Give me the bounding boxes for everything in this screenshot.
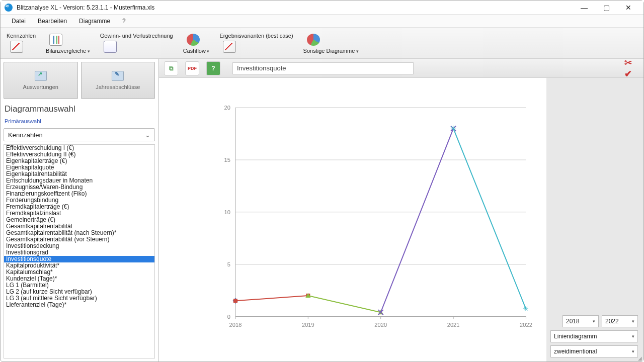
document-icon — [112, 71, 124, 81]
ribbon-cashflow-label[interactable]: Cashflow — [183, 48, 210, 54]
window-title: Blitzanalyse XL - Version: 5.23.1.1 - Mu… — [17, 4, 573, 11]
chart-title-input[interactable]: Investitionsquote — [232, 62, 414, 74]
minimize-button[interactable]: — — [573, 1, 595, 15]
svg-text:0: 0 — [227, 314, 230, 320]
bar-chart-icon — [49, 34, 62, 46]
svg-text:✳: ✳ — [523, 305, 529, 313]
menu-edit[interactable]: Bearbeiten — [32, 16, 73, 27]
auswertungen-button[interactable]: Auswertungen — [4, 62, 78, 99]
svg-text:2018: 2018 — [229, 322, 242, 328]
chart-pane: ⧉ PDF ? Investitionsquote ✂︎✔︎ 051015202… — [158, 59, 643, 361]
diagram-selection-title: Diagrammauswahl — [4, 102, 155, 114]
projection-value: zweidimentional — [554, 348, 597, 355]
export-pdf-button[interactable]: PDF — [185, 61, 199, 75]
svg-text:2019: 2019 — [302, 322, 314, 328]
left-pane: Auswertungen Jahresabschlüsse Diagrammau… — [1, 59, 158, 361]
svg-text:2022: 2022 — [520, 322, 532, 328]
donut-chart-icon — [307, 34, 320, 46]
chart-controls: 2018 2022 Liniendiagramm zweidimentional — [546, 78, 642, 361]
app-window: Blitzanalyse XL - Version: 5.23.1.1 - Mu… — [0, 0, 644, 362]
svg-text:2021: 2021 — [447, 322, 460, 328]
menu-charts[interactable]: Diagramme — [73, 16, 116, 27]
ribbon-sonstige-label[interactable]: Sonstige Diagramme — [303, 48, 359, 54]
chart-title-text: Investitionsquote — [237, 64, 286, 72]
primary-selection-label: Primärauswahl — [4, 117, 155, 125]
resize-grip-icon[interactable]: ◢ — [638, 355, 642, 361]
year-to-select[interactable]: 2022 — [602, 315, 638, 327]
ribbon-guv-button[interactable] — [100, 40, 120, 54]
year-from-select[interactable]: 2018 — [562, 315, 599, 327]
ribbon-ergebnis-button[interactable] — [219, 40, 239, 54]
year-to-value: 2022 — [605, 318, 619, 325]
scatter-icon — [104, 41, 117, 53]
svg-text:5: 5 — [227, 261, 230, 267]
list-item[interactable]: Lieferantenziel (Tage)* — [4, 302, 154, 308]
primary-selection-value: Kennzahlen — [8, 131, 43, 139]
svg-text:15: 15 — [224, 157, 230, 163]
chart-help-button[interactable]: ? — [206, 61, 220, 75]
chart-toolbar: ⧉ PDF ? Investitionsquote ✂︎✔︎ — [159, 59, 643, 78]
svg-rect-22 — [233, 299, 237, 303]
close-button[interactable]: ✕ — [617, 1, 639, 15]
pie-chart-icon — [187, 34, 200, 46]
ribbon-ergebnis-label: Ergebnisvarianten (best case) — [219, 33, 293, 39]
primary-selection-select[interactable]: Kennzahlen — [4, 128, 155, 141]
projection-select[interactable]: zweidimentional — [550, 345, 638, 357]
ribbon-kennzahlen-label: Kennzahlen — [7, 33, 36, 39]
chart-type-select[interactable]: Liniendiagramm — [550, 330, 638, 342]
ribbon-toolbar: Kennzahlen Bilanzvergleiche Gewinn- und … — [1, 28, 643, 59]
menu-bar: Datei Bearbeiten Diagramme ? — [1, 15, 643, 28]
copy-chart-button[interactable]: ⧉ — [164, 61, 178, 75]
ribbon-bilanz-icon[interactable] — [46, 33, 66, 47]
svg-text:20: 20 — [224, 105, 230, 111]
delete-chart-button[interactable]: ✂︎✔︎ — [624, 61, 638, 75]
menu-help[interactable]: ? — [116, 16, 132, 27]
chart-canvas: 0510152020182019202020212022✳✳ — [159, 78, 546, 361]
ribbon-kennzahlen-button[interactable] — [7, 40, 27, 54]
ribbon-bilanz-label[interactable]: Bilanzvergleiche — [46, 48, 90, 54]
line-chart-icon — [10, 41, 23, 53]
auswertungen-label: Auswertungen — [23, 84, 58, 90]
ribbon-guv-label: Gewinn- und Verlustrechnung — [100, 33, 173, 39]
svg-text:✳: ✳ — [450, 124, 456, 132]
jahresabschluesse-label: Jahresabschlüsse — [96, 84, 140, 90]
svg-text:2020: 2020 — [374, 322, 387, 328]
titlebar: Blitzanalyse XL - Version: 5.23.1.1 - Mu… — [1, 1, 643, 15]
menu-file[interactable]: Datei — [6, 16, 32, 27]
body: Auswertungen Jahresabschlüsse Diagrammau… — [1, 59, 643, 361]
year-from-value: 2018 — [566, 318, 580, 325]
svg-text:10: 10 — [224, 209, 230, 215]
report-icon — [35, 71, 47, 81]
chart-type-value: Liniendiagramm — [554, 333, 597, 340]
chart-area: 0510152020182019202020212022✳✳ 2018 2022… — [159, 78, 643, 361]
jahresabschluesse-button[interactable]: Jahresabschlüsse — [81, 62, 155, 99]
ribbon-sonstige-icon[interactable] — [303, 33, 324, 47]
maximize-button[interactable]: ▢ — [595, 1, 617, 15]
ribbon-cashflow-icon[interactable] — [183, 33, 203, 47]
metric-listbox[interactable]: Effektivverschuldung I (€)Effektivversch… — [4, 144, 155, 358]
app-logo-icon — [5, 4, 13, 12]
area-chart-icon — [223, 41, 236, 53]
